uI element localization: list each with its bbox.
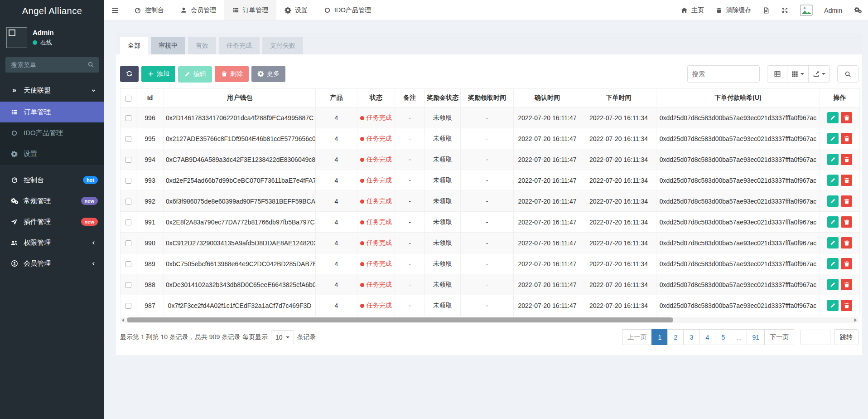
nav-right-home[interactable]: 主页 [675,0,710,20]
prev-page-button[interactable]: 上一页 [622,329,652,345]
nav-right-user[interactable]: Admin [818,0,848,20]
angles-right-icon: » [10,87,19,94]
sidebar-item-general-management[interactable]: 常规管理new [0,190,104,211]
badge-new: new [81,218,98,226]
sidebar-item-ido-product-management[interactable]: IDO产品管理 [0,122,104,143]
select-all-checkbox[interactable] [125,96,131,102]
edit-row-button[interactable] [827,216,839,228]
nav-right-log[interactable] [757,0,776,20]
delete-row-button[interactable] [841,133,852,144]
sidebar-item-angel-alliance[interactable]: »天使联盟 [0,80,104,101]
cell-id: 996 [136,107,164,128]
toggle-view-button[interactable] [767,65,787,83]
edit-button[interactable]: 编辑 [178,66,212,83]
page-3[interactable]: 3 [683,329,699,345]
page-5[interactable]: 5 [715,329,731,345]
jump-page-input[interactable] [800,330,830,345]
row-checkbox[interactable] [125,157,131,163]
status-dot-icon [360,220,364,224]
delete-button[interactable]: 删除 [215,66,249,82]
nav-right-settings-gears[interactable] [848,0,868,20]
row-checkbox[interactable] [125,219,131,225]
nav-right-avatar[interactable] [794,0,818,20]
page-4[interactable]: 4 [699,329,715,345]
cell-reward_status: 未领取 [425,170,461,191]
edit-row-button[interactable] [827,133,839,144]
delete-row-button[interactable] [841,216,852,228]
delete-row-button[interactable] [841,175,852,186]
delete-row-button[interactable] [841,195,852,207]
nav-right-clear-cache[interactable]: 清除缓存 [710,0,757,20]
page-size-dropdown[interactable]: 10 [271,330,294,344]
horizontal-scrollbar[interactable] [120,317,858,323]
edit-row-button[interactable] [827,112,839,123]
edit-row-button[interactable] [827,237,839,248]
edit-row-button[interactable] [827,279,839,290]
tab-全部[interactable]: 全部 [120,37,148,54]
add-button[interactable]: 添加 [141,66,175,82]
edit-row-button[interactable] [827,258,839,269]
cell-id: 990 [136,233,164,253]
row-checkbox[interactable] [125,199,131,205]
next-page-button[interactable]: 下一页 [764,329,794,345]
sidebar-item-order-management[interactable]: 订单管理 [0,102,104,122]
delete-row-button[interactable] [841,237,852,248]
app-logo: Angel Alliance [0,0,104,22]
cell-wallet: 0xC7AB9D46A589a3dc42F3E1238422dE8306049c… [164,149,316,170]
tab-任务完成[interactable]: 任务完成 [219,37,260,54]
page-2[interactable]: 2 [667,329,684,345]
cell-actions [820,274,860,295]
table-search-input[interactable] [687,65,760,83]
page-1[interactable]: 1 [651,329,668,345]
nav-item-order-management[interactable]: 订单管理 [224,0,276,20]
sidebar-submenu: 订单管理IDO产品管理设置 [0,101,104,165]
row-checkbox[interactable] [125,115,131,121]
delete-row-button[interactable] [841,258,852,269]
sidebar-item-member-management[interactable]: 会员管理 [0,253,104,274]
edit-row-button[interactable] [827,195,839,207]
nav-right-fullscreen[interactable] [776,0,794,20]
row-checkbox[interactable] [125,178,131,184]
row-checkbox[interactable] [125,136,131,142]
edit-row-button[interactable] [827,154,839,165]
cell-product: 4 [316,295,357,316]
jump-button[interactable]: 跳转 [834,329,858,345]
refresh-button[interactable] [120,66,139,82]
more-button[interactable]: 更多 [251,66,285,82]
status-tabs: 全部审核中有效任务完成支付失败 [116,33,862,54]
tab-审核中[interactable]: 审核中 [151,37,185,54]
delete-row-button[interactable] [841,279,852,290]
tab-支付失败[interactable]: 支付失败 [262,37,303,54]
row-checkbox[interactable] [125,261,131,267]
tab-有效[interactable]: 有效 [188,37,216,54]
scrollbar-thumb[interactable] [127,317,673,322]
row-checkbox[interactable] [125,282,131,288]
sidebar-toggle-button[interactable] [104,0,126,20]
nav-item-dashboard[interactable]: 控制台 [126,0,172,20]
sidebar-item-permission-management[interactable]: 权限管理 [0,232,104,253]
sidebar-item-settings[interactable]: 设置 [0,143,104,164]
sidebar-item-plugin-management[interactable]: 插件管理new [0,211,104,232]
scroll-right-icon[interactable] [854,318,857,322]
row-checkbox[interactable] [125,303,131,309]
export-button[interactable] [809,65,830,83]
sidebar-item-dashboard[interactable]: 控制台hot [0,170,104,190]
cell-reward_time: - [461,233,514,253]
cell-note: - [395,170,425,191]
delete-row-button[interactable] [841,154,852,165]
nav-item-ido-product-management[interactable]: IDO产品管理 [316,0,379,20]
chevron-down-icon [89,88,98,93]
row-checkbox[interactable] [125,240,131,246]
nav-item-settings[interactable]: 设置 [276,0,316,20]
page-91[interactable]: 91 [747,329,765,345]
nav-item-member-management[interactable]: 会员管理 [172,0,224,20]
cell-order_time: 2022-07-20 16:11:34 [581,274,656,295]
delete-row-button[interactable] [841,112,852,123]
edit-row-button[interactable] [827,175,839,186]
search-button-button[interactable] [837,65,858,83]
scroll-left-icon[interactable] [122,318,124,322]
columns-button[interactable] [787,65,809,83]
delete-row-button[interactable] [841,300,852,311]
edit-row-button[interactable] [827,300,839,311]
sidebar-search-input[interactable] [5,57,99,73]
